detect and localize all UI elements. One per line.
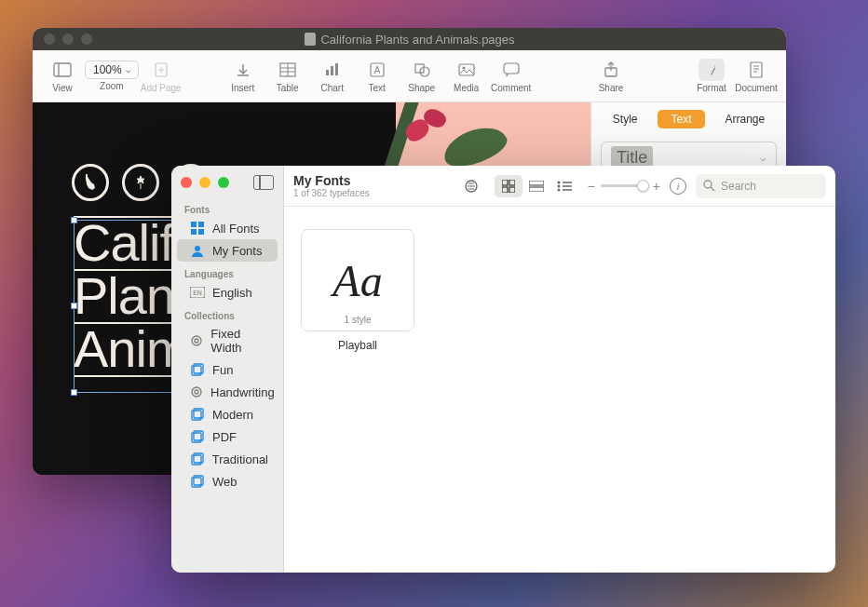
minus-icon[interactable]: − <box>588 179 595 194</box>
tab-style[interactable]: Style <box>600 110 651 128</box>
font-card-playball[interactable]: Aa 1 style Playball <box>301 229 414 352</box>
user-icon <box>190 243 205 258</box>
sidebar-item-fun[interactable]: Fun <box>177 358 278 381</box>
svg-rect-27 <box>191 222 197 227</box>
section-languages-label: Languages <box>171 262 283 281</box>
format-button[interactable]: Format <box>689 59 734 93</box>
svg-rect-30 <box>198 229 204 235</box>
sidebar-item-my-fonts[interactable]: My Fonts <box>177 239 278 262</box>
sidebar-item-label: All Fonts <box>212 222 260 236</box>
collection-icon <box>190 362 205 377</box>
sidebar-item-english[interactable]: EN English <box>177 281 278 304</box>
svg-point-19 <box>462 67 465 70</box>
table-label: Table <box>277 83 299 93</box>
zoom-control[interactable]: 100%⌵ Zoom <box>85 61 139 91</box>
minimize-window-button[interactable] <box>62 34 74 45</box>
svg-point-39 <box>195 390 198 394</box>
gear-icon <box>190 384 203 399</box>
sidebar-item-web[interactable]: Web <box>177 470 278 492</box>
svg-rect-23 <box>751 62 762 77</box>
shape-button[interactable]: Shape <box>400 59 444 93</box>
svg-point-60 <box>557 188 560 191</box>
sidebar-item-label: English <box>212 286 252 300</box>
sidebar-item-all-fonts[interactable]: All Fonts <box>177 217 278 239</box>
collection-icon <box>190 429 205 444</box>
document-title: California Plants and Animals.pages <box>304 33 514 47</box>
gear-icon <box>190 333 203 348</box>
minimize-window-button[interactable] <box>199 177 210 188</box>
close-window-button[interactable] <box>44 34 55 45</box>
pages-toolbar: View 100%⌵ Zoom Add Page Insert Table Ch… <box>33 50 786 102</box>
search-field[interactable]: Search <box>696 174 826 198</box>
resize-handle[interactable] <box>71 303 77 309</box>
svg-rect-13 <box>335 63 338 75</box>
view-menu-button[interactable]: View <box>40 59 85 93</box>
section-fonts-label: Fonts <box>171 197 283 217</box>
media-label: Media <box>454 83 479 93</box>
tab-text[interactable]: Text <box>658 110 704 128</box>
info-icon[interactable]: i <box>670 178 686 195</box>
grid-icon <box>190 221 205 236</box>
insert-button[interactable]: Insert <box>221 59 265 93</box>
svg-rect-29 <box>191 229 197 235</box>
chart-label: Chart <box>320 83 343 93</box>
fullscreen-window-button[interactable] <box>218 177 229 188</box>
zoom-label: Zoom <box>100 81 124 91</box>
font-style-count: 1 style <box>345 315 372 325</box>
svg-point-64 <box>704 181 712 188</box>
zoom-value: 100% <box>93 63 122 76</box>
svg-line-65 <box>711 187 714 191</box>
svg-rect-20 <box>504 63 519 74</box>
document-icon <box>304 33 315 46</box>
grid-view-icon[interactable] <box>495 175 522 197</box>
search-placeholder: Search <box>721 180 756 193</box>
comment-label: Comment <box>491 83 531 93</box>
close-window-button[interactable] <box>181 177 192 188</box>
svg-point-31 <box>195 246 200 251</box>
fontbook-app-window: Fonts All Fonts My Fonts Languages EN En… <box>171 166 835 573</box>
share-label: Share <box>599 83 624 93</box>
sidebar-item-label: Fun <box>212 363 233 377</box>
sample-view-icon[interactable] <box>457 175 485 197</box>
slider-knob[interactable] <box>637 180 649 192</box>
svg-point-58 <box>557 181 560 183</box>
sidebar-item-traditional[interactable]: Traditional <box>177 448 278 470</box>
fullscreen-window-button[interactable] <box>81 34 92 45</box>
sidebar-item-handwriting[interactable]: Handwriting <box>177 381 278 403</box>
svg-rect-12 <box>331 66 333 75</box>
tab-arrange[interactable]: Arrange <box>712 110 779 128</box>
collection-icon <box>190 407 205 422</box>
document-button[interactable]: Document <box>734 59 779 93</box>
chart-button[interactable]: Chart <box>310 59 355 93</box>
insert-label: Insert <box>231 83 254 93</box>
resize-handle[interactable] <box>71 389 77 396</box>
toggle-sidebar-icon[interactable] <box>253 175 274 190</box>
size-slider[interactable]: − + <box>588 179 660 194</box>
sidebar-item-pdf[interactable]: PDF <box>177 425 278 448</box>
sidebar-item-label: Fixed Width <box>210 327 268 355</box>
svg-point-35 <box>195 339 198 343</box>
plus-icon[interactable]: + <box>653 179 660 194</box>
svg-rect-0 <box>54 63 71 76</box>
sidebar-item-fixed-width[interactable]: Fixed Width <box>177 323 278 358</box>
slider-track[interactable] <box>601 184 647 187</box>
svg-rect-55 <box>509 187 515 193</box>
text-button[interactable]: A Text <box>355 59 400 93</box>
svg-text:EN: EN <box>193 290 202 296</box>
sidebar-item-label: Handwriting <box>210 385 275 399</box>
table-button[interactable]: Table <box>265 59 310 93</box>
list-view-icon[interactable] <box>550 175 578 197</box>
share-button[interactable]: Share <box>589 59 633 93</box>
shape-label: Shape <box>408 83 435 93</box>
add-page-button: Add Page <box>139 59 183 93</box>
section-collections-label: Collections <box>171 304 283 323</box>
media-button[interactable]: Media <box>444 59 489 93</box>
california-icon <box>72 164 109 201</box>
collection-icon <box>190 474 205 489</box>
resize-handle[interactable] <box>71 217 77 223</box>
row-view-icon[interactable] <box>522 175 550 197</box>
sidebar-item-label: Web <box>212 475 237 489</box>
sidebar-item-modern[interactable]: Modern <box>177 403 278 425</box>
comment-button[interactable]: Comment <box>489 59 534 93</box>
document-title-text: California Plants and Animals.pages <box>320 33 514 47</box>
